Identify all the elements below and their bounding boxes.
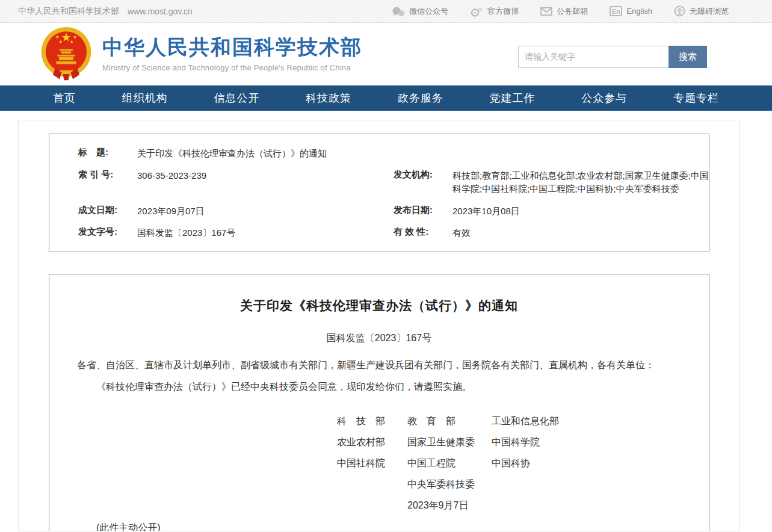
site-search: 搜索 — [518, 46, 707, 68]
main-nav: 首页 组织机构 信息公开 科技政策 政务服务 党建工作 公众参与 专题专栏 — [0, 85, 772, 111]
meta-written-date-value: 2023年09月07日 — [137, 205, 205, 218]
topbar-links: 微信公众号 官方微博 公务邮箱 En English 无障碍浏览 — [392, 5, 729, 17]
nav-item-special-topics[interactable]: 专题专栏 — [673, 91, 719, 105]
meta-agency-value: 科技部;教育部;工业和信息化部;农业农村部;国家卫生健康委;中国科学院;中国社科… — [452, 169, 709, 196]
national-emblem-logo — [39, 26, 94, 82]
english-link[interactable]: En English — [610, 6, 652, 16]
meta-index-label: 索 引 号: — [78, 169, 126, 181]
mail-link[interactable]: 公务邮箱 — [540, 6, 588, 17]
wechat-icon — [392, 6, 405, 17]
wechat-label: 微信公众号 — [409, 6, 448, 17]
topbar: 中华人民共和国科学技术部 www.most.gov.cn 微信公众号 官方微博 … — [0, 0, 772, 23]
signature-cell — [337, 478, 407, 491]
english-label: English — [626, 7, 652, 16]
signature-cell: 中国工程院 — [407, 457, 492, 470]
accessibility-icon — [674, 5, 685, 17]
nav-item-info-disclosure[interactable]: 信息公开 — [214, 91, 259, 105]
signature-cell: 中央军委科技委 — [407, 478, 492, 491]
document-paragraph-body: 《科技伦理审查办法（试行）》已经中央科技委员会同意，现印发给你们，请遵照实施。 — [77, 380, 681, 394]
meta-row-number-validity: 发文字号: 国科发监〔2023〕167号 有 效 性: 有效 — [49, 222, 709, 244]
meta-publish-date: 发布日期: 2023年10月08日 — [394, 200, 709, 223]
meta-publish-date-value: 2023年10月08日 — [452, 205, 520, 218]
site-subtitle: Ministry of Science and Technology of th… — [102, 63, 362, 72]
signature-cell: 国家卫生健康委 — [407, 436, 492, 449]
nav-item-party-building[interactable]: 党建工作 — [490, 91, 536, 105]
meta-written-date: 成文日期: 2023年09月07日 — [49, 200, 394, 223]
disclosure-note: (此件主动公开) — [96, 522, 681, 532]
meta-row-title: 标 题: 关于印发《科技伦理审查办法（试行）》的通知 — [49, 143, 709, 165]
signature-cell — [492, 499, 681, 512]
meta-doc-number-value: 国科发监〔2023〕167号 — [137, 226, 235, 240]
signature-cell: 中国科协 — [492, 457, 681, 470]
site-url[interactable]: www.most.gov.cn — [128, 7, 193, 16]
meta-doc-number: 发文字号: 国科发监〔2023〕167号 — [49, 222, 394, 244]
site-title: 中华人民共和国科学技术部 — [102, 36, 362, 58]
search-input[interactable] — [518, 46, 669, 68]
site-header: 中华人民共和国科学技术部 Ministry of Science and Tec… — [0, 23, 772, 85]
mail-label: 公务邮箱 — [557, 6, 588, 17]
signature-cell — [337, 499, 407, 512]
meta-agency: 发文机构: 科技部;教育部;工业和信息化部;农业农村部;国家卫生健康委;中国科学… — [394, 165, 709, 200]
document-body-box: 关于印发《科技伦理审查办法（试行）》的通知 国科发监〔2023〕167号 各省、… — [49, 274, 709, 532]
signature-cell: 教 育 部 — [407, 415, 492, 428]
document-title: 关于印发《科技伦理审查办法（试行）》的通知 — [77, 297, 681, 314]
site-name: 中华人民共和国科学技术部 — [18, 6, 119, 17]
signature-cell: 中国社科院 — [337, 457, 407, 470]
meta-title: 标 题: 关于印发《科技伦理审查办法（试行）》的通知 — [49, 143, 394, 165]
nav-item-sci-tech-policy[interactable]: 科技政策 — [306, 91, 351, 105]
signature-cell: 工业和信息化部 — [492, 415, 681, 428]
mail-icon — [540, 7, 552, 16]
meta-title-label: 标 题: — [78, 147, 126, 158]
topbar-site-identity: 中华人民共和国科学技术部 www.most.gov.cn — [18, 6, 193, 17]
en-icon: En — [610, 6, 622, 16]
content-panel: 标 题: 关于印发《科技伦理审查办法（试行）》的通知 索 引 号: 306-35… — [18, 120, 740, 531]
signature-cell: 中国科学院 — [492, 436, 681, 449]
weibo-icon — [470, 6, 483, 17]
meta-row-index-agency: 索 引 号: 306-35-2023-239 发文机构: 科技部;教育部;工业和… — [49, 165, 709, 200]
nav-item-home[interactable]: 首页 — [53, 91, 76, 105]
nav-item-public-participation[interactable]: 公众参与 — [581, 91, 627, 105]
nav-item-gov-services[interactable]: 政务服务 — [398, 91, 443, 105]
search-button[interactable]: 搜索 — [669, 46, 707, 68]
brand-text: 中华人民共和国科学技术部 Ministry of Science and Tec… — [102, 36, 362, 72]
wechat-link[interactable]: 微信公众号 — [392, 6, 448, 17]
meta-row-dates: 成文日期: 2023年09月07日 发布日期: 2023年10月08日 — [49, 200, 709, 223]
meta-index: 索 引 号: 306-35-2023-239 — [49, 165, 394, 200]
meta-agency-label: 发文机构: — [394, 169, 442, 181]
document-meta-box: 标 题: 关于印发《科技伦理审查办法（试行）》的通知 索 引 号: 306-35… — [49, 134, 709, 252]
document-paragraph-recipients: 各省、自治区、直辖市及计划单列市、副省级城市有关部门，新疆生产建设兵团有关部门，… — [77, 358, 681, 373]
meta-index-value: 306-35-2023-239 — [137, 169, 206, 183]
meta-validity-value: 有效 — [452, 226, 471, 240]
nav-item-organization[interactable]: 组织机构 — [122, 91, 168, 105]
meta-validity-label: 有 效 性: — [394, 226, 442, 238]
signature-cell — [492, 478, 681, 491]
document-number: 国科发监〔2023〕167号 — [77, 332, 681, 345]
accessibility-label: 无障碍浏览 — [690, 6, 729, 17]
signature-cell: 农业农村部 — [337, 436, 407, 449]
meta-doc-number-label: 发文字号: — [78, 226, 126, 238]
meta-title-value: 关于印发《科技伦理审查办法（试行）》的通知 — [137, 147, 327, 161]
meta-publish-date-label: 发布日期: — [394, 205, 442, 216]
weibo-link[interactable]: 官方微博 — [470, 6, 519, 17]
signature-date: 2023年9月7日 — [407, 499, 492, 512]
signature-block: 科 技 部 教 育 部 工业和信息化部 农业农村部 国家卫生健康委 中国科学院 … — [337, 415, 681, 512]
meta-validity: 有 效 性: 有效 — [394, 222, 709, 244]
site-brand[interactable]: 中华人民共和国科学技术部 Ministry of Science and Tec… — [39, 26, 362, 82]
meta-written-date-label: 成文日期: — [78, 205, 126, 216]
weibo-label: 官方微博 — [487, 6, 519, 17]
accessibility-link[interactable]: 无障碍浏览 — [674, 5, 729, 17]
signature-cell: 科 技 部 — [337, 415, 407, 428]
